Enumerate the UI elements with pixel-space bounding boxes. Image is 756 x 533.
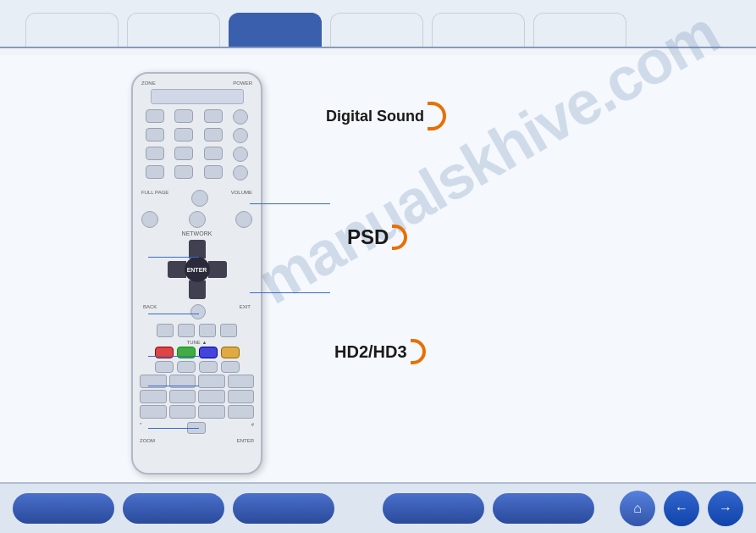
btn-back[interactable]	[190, 304, 206, 319]
tab-6[interactable]	[533, 13, 626, 47]
btn-pause[interactable]	[178, 324, 195, 337]
home-icon: ⌂	[633, 501, 642, 516]
btn-11[interactable]	[198, 405, 225, 419]
btn-play[interactable]	[199, 324, 216, 337]
dpad-ok[interactable]: ENTER	[185, 257, 210, 282]
remote-row-3	[141, 147, 252, 162]
btn-vol-up[interactable]	[191, 190, 208, 207]
nav-btn-4[interactable]	[383, 493, 484, 524]
btn-mute[interactable]	[189, 211, 206, 228]
btn-r3[interactable]	[204, 147, 223, 160]
tab-5[interactable]	[432, 13, 525, 47]
btn-page[interactable]	[141, 211, 158, 228]
btn-5[interactable]	[140, 390, 167, 403]
btn-9[interactable]	[140, 405, 167, 419]
digital-sound-bracket	[428, 102, 446, 130]
psd-bracket	[392, 225, 407, 250]
bottom-nav: ⌂ ← →	[0, 482, 756, 533]
btn-menu[interactable]	[174, 128, 193, 142]
btn-c1[interactable]	[155, 361, 174, 373]
remote-top: ZONE POWER	[133, 74, 261, 188]
nav-forward-button[interactable]: →	[708, 491, 743, 526]
playback-row	[133, 324, 261, 337]
remote-control: ZONE POWER	[131, 72, 267, 479]
btn-6[interactable]	[169, 390, 196, 403]
dpad-up[interactable]	[189, 240, 206, 258]
tab-2[interactable]	[127, 13, 220, 47]
nav-back-button[interactable]: ←	[664, 491, 699, 526]
nav-home-button[interactable]: ⌂	[620, 491, 655, 526]
btn-3[interactable]	[198, 375, 225, 388]
forward-icon: →	[719, 501, 732, 516]
btn-8[interactable]	[228, 390, 255, 403]
btn-c4[interactable]	[221, 361, 240, 373]
nav-btn-2[interactable]	[123, 493, 224, 524]
btn-10[interactable]	[169, 405, 196, 419]
btn-guide[interactable]	[146, 128, 164, 142]
dpad: ENTER	[168, 240, 227, 299]
callout-line-2	[148, 257, 199, 258]
remote-screen	[151, 89, 244, 104]
callout-line-7	[148, 428, 199, 429]
btn-info[interactable]	[204, 128, 223, 142]
main-content: manualskhive.com ZONE POWER	[0, 55, 756, 482]
btn-7[interactable]	[198, 390, 225, 403]
btn-c2[interactable]	[177, 361, 196, 373]
btn-s3[interactable]	[204, 165, 223, 179]
btn-stop[interactable]	[157, 324, 174, 337]
btn-12[interactable]	[228, 405, 255, 419]
btn-vol-down[interactable]	[235, 211, 252, 228]
remote-row-1	[141, 109, 252, 125]
btn-r4[interactable]	[233, 147, 248, 162]
num-grid-2	[133, 390, 261, 403]
btn-av[interactable]	[174, 109, 193, 123]
btn-s1[interactable]	[146, 165, 164, 179]
btn-r1[interactable]	[146, 147, 164, 160]
hd-bracket	[411, 339, 426, 364]
remote-row-4	[141, 165, 252, 180]
callout-line-3	[250, 292, 330, 293]
tab-1[interactable]	[25, 13, 119, 47]
dpad-down[interactable]	[189, 280, 206, 299]
btn-r2[interactable]	[174, 147, 193, 160]
tab-4[interactable]	[330, 13, 423, 47]
callout-line-4	[148, 314, 199, 314]
hd-label: HD2/HD3	[334, 339, 426, 364]
btn-4[interactable]	[228, 375, 255, 388]
btn-3[interactable]	[233, 128, 248, 143]
callout-line-1	[250, 203, 330, 204]
dpad-left[interactable]	[168, 261, 186, 278]
tab-3-active[interactable]	[229, 13, 322, 47]
btn-input[interactable]	[146, 109, 164, 123]
top-tab-bar	[0, 0, 756, 47]
dpad-section: ENTER	[133, 240, 261, 299]
hd-text: HD2/HD3	[334, 342, 407, 362]
nav-btn-3[interactable]	[233, 493, 334, 524]
nav-btn-5[interactable]	[493, 493, 594, 524]
nav-btn-1[interactable]	[13, 493, 114, 524]
btn-blue[interactable]	[199, 347, 218, 358]
back-icon: ←	[675, 501, 688, 516]
divider	[0, 47, 756, 48]
callout-line-6	[148, 386, 199, 386]
btn-yellow[interactable]	[221, 347, 240, 358]
btn-tv[interactable]	[204, 109, 223, 123]
callout-line-5	[148, 356, 199, 357]
btn-s2[interactable]	[174, 165, 193, 179]
remote-row-2	[141, 128, 252, 143]
num-grid-3	[133, 405, 261, 419]
psd-label: PSD	[347, 225, 407, 250]
btn-ff[interactable]	[220, 324, 237, 337]
dpad-right[interactable]	[208, 261, 227, 278]
btn-s4[interactable]	[233, 165, 248, 180]
remote-body: ZONE POWER	[131, 72, 262, 475]
digital-sound-text: Digital Sound	[326, 108, 424, 125]
btn-power[interactable]	[233, 109, 248, 125]
psd-text: PSD	[347, 225, 389, 249]
btn-c3[interactable]	[199, 361, 218, 373]
digital-sound-label: Digital Sound	[326, 102, 446, 130]
